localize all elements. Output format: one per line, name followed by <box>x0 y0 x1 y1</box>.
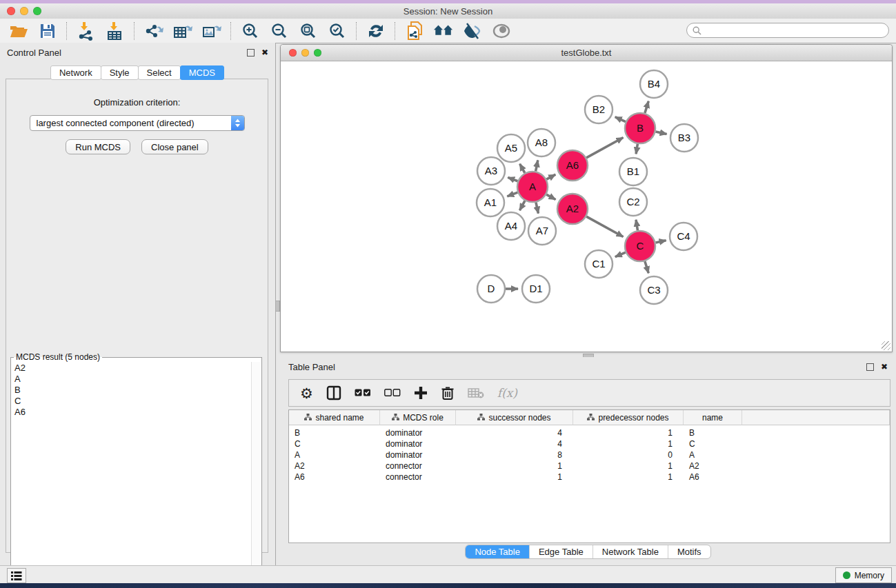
graph-node-A8[interactable]: A8 <box>528 129 555 156</box>
mcds-result-item[interactable]: A <box>14 374 252 385</box>
export-image-icon[interactable] <box>201 21 222 41</box>
graph-node-B[interactable]: B <box>625 113 655 143</box>
graph-node-B1[interactable]: B1 <box>619 158 647 185</box>
close-panel-icon[interactable]: ✖ <box>261 48 268 57</box>
table-cell[interactable]: 8 <box>456 449 573 460</box>
export-network-icon[interactable] <box>143 21 164 41</box>
show-eye-icon[interactable] <box>491 21 512 41</box>
zoom-fit-icon[interactable] <box>298 21 319 41</box>
open-folder-icon[interactable] <box>8 21 29 41</box>
column-header-successor-nodes[interactable]: successor nodes <box>456 410 573 425</box>
minimize-traffic-light[interactable] <box>20 7 28 15</box>
table-cell[interactable]: A <box>289 449 380 460</box>
float-panel-icon[interactable] <box>866 363 874 371</box>
column-header-shared-name[interactable]: shared name <box>289 410 380 425</box>
memory-button[interactable]: Memory <box>835 567 892 583</box>
table-cell[interactable]: 1 <box>456 460 573 472</box>
graph-node-A7[interactable]: A7 <box>528 217 556 245</box>
graph-node-B2[interactable]: B2 <box>585 96 613 123</box>
mcds-result-item[interactable]: A2 <box>14 363 252 374</box>
edge-A2-C[interactable] <box>586 216 623 236</box>
network-canvas[interactable]: B4B2BB3A5A8A6A3B1AA1C2A2A4A7C4CC1DD1C3 <box>281 61 892 352</box>
zoom-selected-icon[interactable] <box>327 21 348 41</box>
edge-B-B1[interactable] <box>636 144 637 154</box>
clone-network-icon[interactable] <box>404 21 425 41</box>
refresh-icon[interactable] <box>366 21 386 41</box>
table-row[interactable]: A6connector11A6 <box>289 472 890 483</box>
graph-node-A1[interactable]: A1 <box>477 189 504 216</box>
graph-node-A5[interactable]: A5 <box>497 134 525 162</box>
graph-node-D1[interactable]: D1 <box>522 275 550 303</box>
table-cell[interactable]: A6 <box>289 472 380 483</box>
table-cell[interactable]: A2 <box>684 460 742 472</box>
table-row[interactable]: Cdominator41C <box>289 438 890 449</box>
function-builder-icon[interactable]: f(x) <box>497 384 517 402</box>
run-mcds-button[interactable]: Run MCDS <box>66 139 130 154</box>
edge-A-A1[interactable] <box>507 192 517 196</box>
graph-node-C1[interactable]: C1 <box>585 250 613 278</box>
close-panel-icon[interactable]: ✖ <box>881 362 888 372</box>
graph-node-B4[interactable]: B4 <box>640 70 668 98</box>
edge-C-C2[interactable] <box>636 220 637 231</box>
edge-C-C1[interactable] <box>615 252 626 257</box>
home-layout-icon[interactable] <box>433 21 454 41</box>
table-cell[interactable]: 1 <box>573 427 684 438</box>
table-cell[interactable]: connector <box>380 472 456 483</box>
select-all-icon[interactable] <box>355 384 371 402</box>
graph-node-C2[interactable]: C2 <box>619 188 647 216</box>
table-row[interactable]: A2connector11A2 <box>289 460 890 472</box>
edge-A-A8[interactable] <box>536 160 538 171</box>
tab-style[interactable]: Style <box>101 65 139 80</box>
tab-mcds[interactable]: MCDS <box>180 65 224 80</box>
table-cell[interactable]: A2 <box>289 460 380 472</box>
table-cell[interactable]: connector <box>380 460 456 472</box>
network-view-window[interactable]: testGlobe.txt B4B2BB3A5A8A6A3B1AA1C2A2A4… <box>280 44 893 352</box>
edge-C-C3[interactable] <box>645 261 648 273</box>
edge-C-C4[interactable] <box>655 241 666 243</box>
network-window-titlebar[interactable]: testGlobe.txt <box>281 45 892 61</box>
session-titlebar[interactable]: Session: New Session <box>0 3 896 19</box>
table-cell[interactable]: C <box>289 438 380 449</box>
delete-row-icon[interactable] <box>441 384 455 402</box>
table-cell[interactable]: B <box>289 427 380 438</box>
window-resize-grip[interactable] <box>882 341 890 350</box>
table-cell[interactable]: 1 <box>573 460 684 472</box>
column-header-predecessor-nodes[interactable]: predecessor nodes <box>573 410 684 425</box>
vertical-splitter-handle[interactable] <box>275 301 280 312</box>
table-cell[interactable]: 0 <box>573 449 684 460</box>
search-input[interactable] <box>705 25 883 36</box>
edge-A-A4[interactable] <box>519 201 525 210</box>
table-cell[interactable]: C <box>684 438 742 449</box>
graph-node-B3[interactable]: B3 <box>670 124 698 152</box>
edge-A-A5[interactable] <box>520 164 525 173</box>
table-cell[interactable]: dominator <box>380 449 456 460</box>
table-row[interactable]: Adominator80A <box>289 449 890 460</box>
graph-node-D[interactable]: D <box>477 275 505 303</box>
column-header-name[interactable]: name <box>684 410 742 425</box>
zoom-in-icon[interactable] <box>240 21 261 41</box>
table-cell[interactable]: 1 <box>456 472 573 483</box>
edge-A-A2[interactable] <box>546 194 555 199</box>
save-icon[interactable] <box>37 21 58 41</box>
edge-B-B2[interactable] <box>615 117 626 122</box>
graph-node-C3[interactable]: C3 <box>640 276 668 304</box>
import-table-icon[interactable] <box>105 21 126 41</box>
graph-node-A3[interactable]: A3 <box>477 157 505 185</box>
graph-node-A2[interactable]: A2 <box>557 194 588 224</box>
minimize-traffic-light[interactable] <box>301 49 309 57</box>
float-panel-icon[interactable] <box>247 49 255 57</box>
mcds-result-item[interactable]: B <box>14 385 252 396</box>
mcds-result-item[interactable]: A6 <box>14 407 252 418</box>
tab-network[interactable]: Network <box>50 65 101 80</box>
edge-A-A7[interactable] <box>536 202 539 213</box>
graph-node-C4[interactable]: C4 <box>670 223 697 250</box>
search-field[interactable] <box>686 23 889 38</box>
tab-edge-table[interactable]: Edge Table <box>529 545 593 558</box>
close-traffic-light[interactable] <box>7 7 15 15</box>
delete-table-icon[interactable] <box>468 384 484 402</box>
mcds-result-item[interactable]: C <box>14 396 252 407</box>
settings-gear-icon[interactable]: ⚙ <box>300 384 313 402</box>
zoom-traffic-light[interactable] <box>314 49 321 57</box>
tab-select[interactable]: Select <box>138 65 181 80</box>
criterion-dropdown[interactable]: largest connected component (directed) <box>30 115 245 131</box>
